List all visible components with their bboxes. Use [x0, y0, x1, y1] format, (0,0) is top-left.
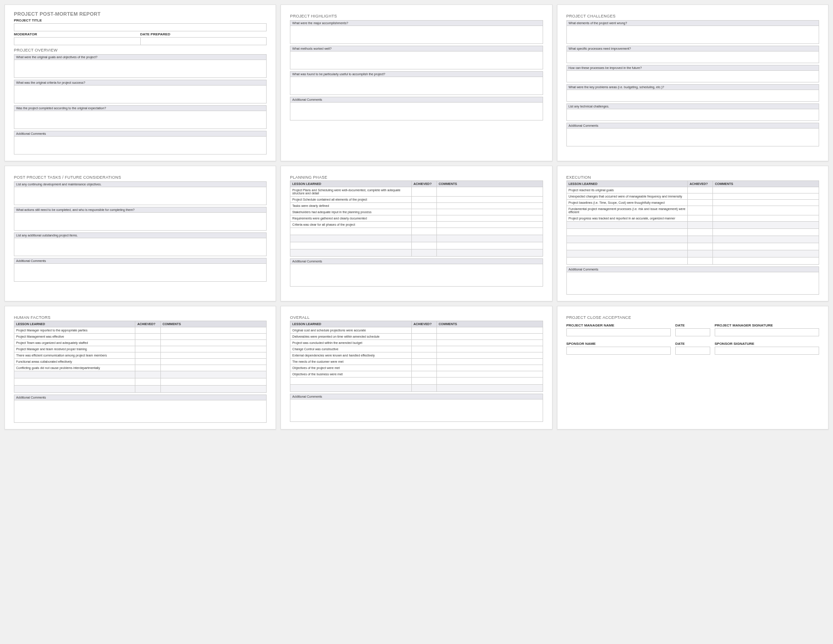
pm-sig-input[interactable] [715, 328, 819, 336]
comments-cell[interactable] [437, 235, 543, 242]
comments-cell[interactable] [437, 346, 543, 352]
comments-cell[interactable] [437, 249, 543, 257]
achieved-cell[interactable] [688, 236, 713, 243]
comments-cell[interactable] [437, 242, 543, 249]
achieved-cell[interactable] [135, 365, 160, 371]
comments-cell[interactable] [437, 203, 543, 209]
post-project-q3-body[interactable] [14, 238, 267, 256]
comments-cell[interactable] [437, 187, 543, 197]
achieved-cell[interactable] [688, 243, 713, 250]
achieved-cell[interactable] [411, 371, 436, 378]
achieved-cell[interactable] [135, 386, 160, 393]
comments-cell[interactable] [160, 340, 267, 346]
comments-cell[interactable] [437, 327, 543, 334]
achieved-cell[interactable] [411, 359, 436, 365]
achieved-cell[interactable] [135, 327, 160, 334]
achieved-cell[interactable] [411, 346, 436, 352]
achieved-cell[interactable] [688, 222, 713, 229]
project-title-input[interactable] [14, 23, 267, 31]
achieved-cell[interactable] [411, 352, 436, 359]
comments-cell[interactable] [160, 365, 267, 371]
achieved-cell[interactable] [135, 346, 160, 352]
achieved-cell[interactable] [411, 385, 436, 392]
comments-cell[interactable] [713, 200, 819, 206]
planning-addl-body[interactable] [290, 264, 543, 287]
comments-cell[interactable] [713, 258, 819, 265]
overall-addl-body[interactable] [290, 399, 543, 422]
human-addl-body[interactable] [14, 400, 267, 423]
achieved-cell[interactable] [135, 378, 160, 386]
date-prepared-input[interactable] [140, 37, 267, 45]
comments-cell[interactable] [437, 378, 543, 385]
comments-cell[interactable] [160, 371, 267, 378]
challenges-q1-body[interactable] [566, 26, 819, 44]
post-project-q2-body[interactable] [14, 213, 267, 231]
achieved-cell[interactable] [411, 327, 436, 334]
comments-cell[interactable] [713, 229, 819, 236]
sp-sig-input[interactable] [715, 347, 819, 355]
comments-cell[interactable] [437, 365, 543, 371]
achieved-cell[interactable] [411, 340, 436, 346]
comments-cell[interactable] [437, 352, 543, 359]
comments-cell[interactable] [437, 228, 543, 235]
comments-cell[interactable] [437, 371, 543, 378]
overview-q2-body[interactable] [14, 86, 267, 103]
comments-cell[interactable] [160, 334, 267, 340]
challenges-addl-body[interactable] [566, 129, 819, 146]
comments-cell[interactable] [437, 340, 543, 346]
comments-cell[interactable] [713, 215, 819, 222]
achieved-cell[interactable] [411, 209, 436, 215]
highlights-q2-body[interactable] [290, 52, 543, 69]
comments-cell[interactable] [437, 222, 543, 228]
challenges-q5-body[interactable] [566, 109, 819, 121]
challenges-q4-body[interactable] [566, 90, 819, 102]
sp-name-input[interactable] [566, 347, 671, 355]
achieved-cell[interactable] [135, 334, 160, 340]
achieved-cell[interactable] [688, 193, 713, 200]
achieved-cell[interactable] [135, 371, 160, 378]
comments-cell[interactable] [713, 206, 819, 215]
achieved-cell[interactable] [411, 235, 436, 242]
comments-cell[interactable] [713, 243, 819, 250]
achieved-cell[interactable] [688, 250, 713, 258]
comments-cell[interactable] [160, 327, 267, 334]
achieved-cell[interactable] [688, 258, 713, 265]
achieved-cell[interactable] [411, 242, 436, 249]
achieved-cell[interactable] [411, 228, 436, 235]
achieved-cell[interactable] [135, 340, 160, 346]
achieved-cell[interactable] [411, 249, 436, 257]
achieved-cell[interactable] [411, 222, 436, 228]
achieved-cell[interactable] [135, 352, 160, 359]
pm-name-input[interactable] [566, 328, 671, 336]
comments-cell[interactable] [713, 250, 819, 258]
overview-q3-body[interactable] [14, 111, 267, 129]
achieved-cell[interactable] [688, 187, 713, 193]
comments-cell[interactable] [713, 187, 819, 193]
achieved-cell[interactable] [688, 229, 713, 236]
achieved-cell[interactable] [688, 206, 713, 215]
comments-cell[interactable] [713, 236, 819, 243]
highlights-q3-body[interactable] [290, 77, 543, 95]
achieved-cell[interactable] [411, 378, 436, 385]
overview-addl-body[interactable] [14, 137, 267, 155]
comments-cell[interactable] [713, 193, 819, 200]
pm-date-input[interactable] [675, 328, 710, 336]
comments-cell[interactable] [160, 386, 267, 393]
achieved-cell[interactable] [411, 365, 436, 371]
comments-cell[interactable] [160, 359, 267, 365]
achieved-cell[interactable] [411, 187, 436, 197]
achieved-cell[interactable] [411, 197, 436, 203]
challenges-q3-body[interactable] [566, 71, 819, 82]
challenges-q2-body[interactable] [566, 52, 819, 63]
highlights-q1-body[interactable] [290, 26, 543, 44]
achieved-cell[interactable] [688, 215, 713, 222]
overview-q1-body[interactable] [14, 60, 267, 78]
sp-date-input[interactable] [675, 347, 710, 355]
comments-cell[interactable] [437, 385, 543, 392]
achieved-cell[interactable] [135, 359, 160, 365]
comments-cell[interactable] [160, 346, 267, 352]
highlights-addl-body[interactable] [290, 103, 543, 120]
comments-cell[interactable] [437, 215, 543, 222]
comments-cell[interactable] [160, 378, 267, 386]
achieved-cell[interactable] [411, 215, 436, 222]
